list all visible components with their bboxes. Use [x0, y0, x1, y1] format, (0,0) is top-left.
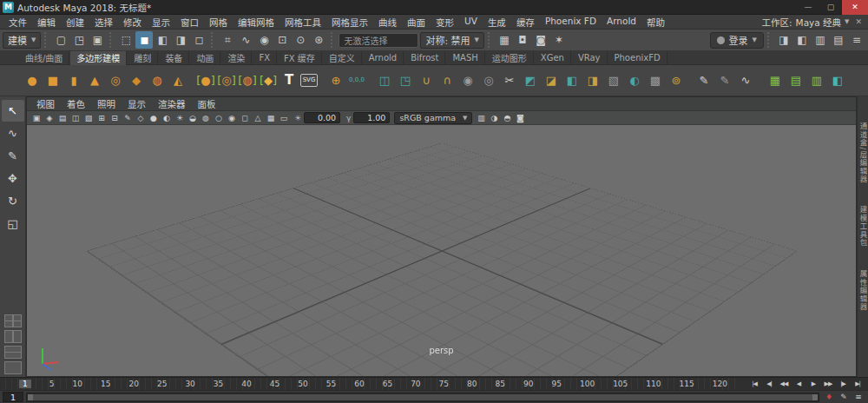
frame-tick-90[interactable]: 90	[523, 380, 533, 388]
step-back-frame-icon[interactable]: ◀|	[762, 379, 776, 390]
mirror-geometry-icon[interactable]: ◐	[625, 69, 644, 92]
lasso-select-tool[interactable]: ∿	[2, 122, 24, 144]
auto-key-button[interactable]: ✎	[837, 392, 851, 403]
bridge-icon[interactable]: ◧	[562, 69, 582, 92]
subdiv-proxy-icon[interactable]: [◍]	[238, 69, 257, 92]
vp-menu-5[interactable]: 面板	[192, 97, 222, 110]
make-live-icon[interactable]: ⊛	[310, 31, 327, 49]
ep-curve-tool-icon[interactable]: ✎	[694, 69, 713, 92]
workspace-selector[interactable]: 工作区: Maya 经典 ▼ ✕	[762, 16, 868, 29]
poly-torus-icon[interactable]: ◎	[106, 69, 125, 92]
menu-item-4[interactable]: 修改	[118, 16, 147, 29]
shelf-tab-1[interactable]: 多边形建模	[70, 51, 127, 65]
select-component-icon[interactable]: ◧	[154, 31, 171, 49]
toggle-outliner-icon[interactable]: ▤	[830, 31, 847, 49]
type-diamond-icon[interactable]: [◆]	[259, 69, 278, 92]
anim-prefs-button[interactable]: ≡	[852, 392, 865, 403]
rotate-tool[interactable]: ↻	[2, 190, 24, 212]
menu-item-7[interactable]: 网格	[204, 16, 233, 29]
gamma-field[interactable]: 1.00	[353, 112, 390, 123]
frame-tick-30[interactable]: 30	[185, 380, 194, 388]
ipr-render-icon[interactable]: ◙	[532, 31, 549, 49]
frame-tick-95[interactable]: 95	[551, 380, 561, 388]
snapshot-icon[interactable]: ◙	[514, 112, 526, 124]
extrude-icon[interactable]: ◩	[521, 69, 540, 92]
workspace-close-icon[interactable]: ✕	[852, 17, 865, 26]
select-object-icon[interactable]: ◼	[135, 31, 153, 49]
smooth-mesh-preview-icon[interactable]: [●]	[196, 69, 215, 92]
select-camera-icon[interactable]: ▣	[30, 112, 43, 124]
menu-item-9[interactable]: 网格工具	[279, 16, 326, 29]
bevel-icon[interactable]: ◪	[542, 69, 561, 92]
menu-set-dropdown[interactable]: 建模 ▼	[3, 32, 41, 49]
close-button[interactable]: ✕	[842, 0, 868, 15]
range-bar[interactable]	[28, 394, 818, 400]
snap-grid-icon[interactable]: ⌗	[219, 31, 236, 49]
frame-tick-70[interactable]: 70	[411, 380, 420, 388]
select-tool[interactable]: ↖	[2, 100, 24, 122]
shelf-tab-13[interactable]: XGen	[535, 51, 571, 65]
menu-item-5[interactable]: 显示	[147, 16, 175, 29]
multisample-aa-icon[interactable]: ◉	[226, 112, 238, 124]
menu-item-12[interactable]: 曲面	[402, 16, 431, 29]
menu-item-11[interactable]: 曲线	[373, 16, 402, 29]
xray-icon[interactable]: ◻	[239, 112, 251, 124]
connect-icon[interactable]: ▩	[646, 69, 665, 92]
boolean-union-icon[interactable]: ∪	[417, 69, 436, 92]
viewport-panel[interactable]: 视图着色照明显示渲染器面板 ▣◈▤◫▧⊞⊟✎◇●◐☀◒◍○◉◻△▦▭ ☀ 0.0…	[26, 96, 857, 377]
snap-plane-icon[interactable]: ⊡	[273, 31, 291, 49]
go-to-start-icon[interactable]: |◀	[747, 379, 761, 390]
menu-item-18[interactable]: Arnold	[602, 16, 641, 29]
bezier-curve-tool-icon[interactable]: ∿	[736, 69, 755, 92]
shadows-icon[interactable]: ◒	[187, 112, 199, 124]
vp-menu-3[interactable]: 显示	[122, 97, 152, 110]
range-end-handle[interactable]	[812, 394, 818, 400]
frame-tick-20[interactable]: 20	[128, 380, 138, 388]
save-scene-icon[interactable]: ▣	[89, 31, 106, 49]
frame-tick-100[interactable]: 100	[580, 380, 595, 388]
target-weld-icon[interactable]: ⊚	[667, 69, 686, 92]
toggle-channel-box-icon[interactable]: ▥	[812, 31, 829, 49]
center-origin-icon[interactable]: 0,0,0	[347, 69, 366, 92]
select-by-type-icon[interactable]: ◨	[172, 31, 189, 49]
frame-tick-60[interactable]: 60	[354, 380, 364, 388]
smooth-cage-preview-icon[interactable]: [◎]	[217, 69, 236, 92]
render-view-icon[interactable]: ▦	[496, 31, 513, 49]
menu-item-2[interactable]: 创建	[61, 16, 89, 29]
relax-brush-icon[interactable]: ▤	[786, 69, 806, 92]
pencil-curve-tool-icon[interactable]: ✎	[715, 69, 734, 92]
multi-cut-icon[interactable]: ✂	[500, 69, 519, 92]
2d-pan-zoom-icon[interactable]: ⊞	[95, 112, 108, 124]
select-hierarchy-icon[interactable]: ⬚	[117, 31, 135, 49]
shelf-tab-7[interactable]: FX 缓存	[278, 51, 322, 65]
menu-item-16[interactable]: 缓存	[511, 16, 540, 29]
smooth-shade-icon[interactable]: ●	[148, 112, 160, 124]
toggle-tool-settings-icon[interactable]: ◧	[793, 31, 811, 49]
menu-item-1[interactable]: 编辑	[32, 16, 61, 29]
shelf-tab-5[interactable]: 渲染	[221, 51, 252, 65]
shelf-tab-15[interactable]: PhoenixFD	[608, 51, 667, 65]
frame-tick-25[interactable]: 25	[157, 380, 167, 388]
reduce-mesh-icon[interactable]: ◎	[479, 69, 498, 92]
menu-item-0[interactable]: 文件	[3, 16, 32, 29]
layout-two-pane-side-button[interactable]	[4, 330, 22, 343]
frame-tick-15[interactable]: 15	[101, 380, 110, 388]
frame-tick-115[interactable]: 115	[680, 380, 694, 388]
vp-menu-2[interactable]: 照明	[91, 97, 122, 110]
vp-menu-4[interactable]: 渲染器	[152, 97, 192, 110]
snap-curve-icon[interactable]: ∿	[237, 31, 254, 49]
poly-plane-icon[interactable]: ◆	[127, 69, 146, 92]
play-forwards-icon[interactable]: ▶	[806, 379, 820, 390]
shelf-tab-6[interactable]: FX	[253, 51, 277, 65]
move-tool[interactable]: ✥	[2, 168, 24, 189]
resolution-gate-icon[interactable]: ▭	[278, 112, 290, 124]
shelf-tab-4[interactable]: 动画	[190, 51, 220, 65]
smooth-mesh-icon[interactable]: ◉	[458, 69, 477, 92]
sign-in-button[interactable]: 登录 ▼	[710, 32, 764, 49]
render-current-frame-icon[interactable]: ◘	[514, 31, 531, 49]
overscan-icon[interactable]: ⊟	[108, 112, 121, 124]
lighting-icon[interactable]: ☀	[174, 112, 186, 124]
shelf-tab-2[interactable]: 雕刻	[128, 51, 158, 65]
grab-brush-icon[interactable]: ▥	[807, 69, 826, 92]
poly-cone-icon[interactable]: ▲	[85, 69, 104, 92]
